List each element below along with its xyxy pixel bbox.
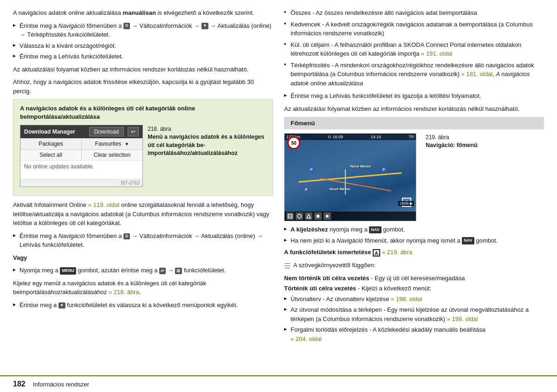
left-bullet-3: Érintse meg a Lehívás funkciófelületet. (13, 52, 273, 61)
left-bullet-4: Érintse meg a Navigáció főmenüben a ⚙ → … (13, 231, 273, 250)
left-bullet-list-2: Érintse meg a Navigáció főmenüben a ⚙ → … (13, 231, 273, 250)
left-para5: Kijelez egy menüt a navigácios adatok és… (13, 279, 273, 297)
nav-map-bg: 127 km ⊙ 16:09 14:16 TP 50 (285, 134, 416, 221)
sub-bullet-3: Forgalmi torlódás előrejelzés - A közlek… (284, 325, 544, 343)
dm-screenshot: Download Manager Download ↩ Packages Fav… (20, 125, 143, 191)
fig218-desc: Menü a navigácios adatok és a különleges… (148, 133, 266, 158)
link-199[interactable]: » 199. oldal (447, 315, 478, 322)
dm-header: Download Manager Download ↩ (20, 125, 142, 138)
nav-icon-4[interactable] (314, 212, 322, 220)
left-bullet-list-1: Érintse meg a Navigáció főmenüben a ⚙ → … (13, 21, 273, 61)
content-area: A navigácios adatok online aktualizálása… (0, 0, 557, 373)
sub-bullet-1: Útvonalterv - Az útvonalterv kijelzése »… (284, 295, 544, 304)
nav-icon-1[interactable] (286, 212, 294, 220)
left-para1: A navigácios adatok online aktualizálása… (13, 8, 273, 18)
nav-top-bar: 127 km ⊙ 16:09 14:16 TP (285, 134, 416, 140)
sub-bullet-2: Az útvonal módosítása a térképen - Egy m… (284, 305, 544, 323)
box-a-marker: A (373, 249, 380, 257)
dm-actions: Select all Clear selection (20, 150, 142, 161)
nav-btn-1: NAV (369, 226, 381, 234)
left-column: A navigácios adatok online aktualizálása… (13, 8, 273, 369)
p-badge-2: P (381, 167, 386, 172)
svg-marker-3 (307, 214, 311, 218)
footer-text: Informácios rendszer (33, 381, 89, 388)
dropdown-arrow-icon: ▼ (124, 141, 129, 147)
nav-tp-display: TP (408, 135, 414, 139)
dm-title: Download Manager (24, 129, 85, 135)
link-204[interactable]: » 204. oldal (291, 335, 322, 342)
tort-rest: - Kijelzi a következő menüt: (356, 285, 431, 292)
left-bullet-list-3: Nyomja meg a MENU gombot, azután érintse… (13, 266, 273, 275)
map-label-1: Nové Mesto (350, 164, 371, 168)
nav-time-display: ⊙ 16:09 (328, 135, 343, 139)
sub-bullet-list: Útvonalterv - Az útvonalterv kijelzése »… (284, 295, 544, 344)
svg-rect-4 (317, 215, 319, 218)
tort-title: Történik úti célra vezetés (284, 285, 356, 292)
p-badge-1: P (309, 167, 314, 172)
link-218[interactable]: » 218. ábra (109, 289, 139, 296)
right-bullet-3: Kül. úti céljaim - A felhasználói profil… (284, 40, 544, 58)
arrow-icon: ▼ (201, 23, 208, 29)
left-vagy: Vagy (13, 253, 273, 263)
section-box-title: A navigácios adatok és a különleges úti … (20, 104, 266, 121)
nav-bullet-1: A kijelzéshez nyomja meg a NAV gombot. (284, 225, 544, 234)
dm-back-button[interactable]: ↩ (128, 127, 139, 136)
nav-icon-3[interactable] (305, 212, 312, 220)
dm-bit-label: BIT-0763 (20, 179, 142, 186)
left-bullet-2: Válassza ki a kívánt országot/régiót. (13, 41, 273, 51)
left-para3: Ahhoz, hogy a navigácios adatok frissíté… (13, 77, 273, 96)
left-bullet-6: Érintse meg a ▼ funkciófelületet és vála… (13, 301, 273, 310)
fig219-num: 219. ábra (426, 133, 478, 141)
fig219-caption: 219. ábra Navigáció: főmenü (421, 133, 478, 150)
dm-tab-packages[interactable]: Packages (20, 138, 82, 149)
nav-speed-badge: 50 (287, 136, 300, 149)
menu-btn-icon: MENU (60, 267, 76, 275)
dm-tab-favourites[interactable]: Favourites ▼ (82, 138, 142, 149)
fig218-num: 218. ábra (148, 125, 266, 133)
right-bullet-list-2: Érintse meg a Lehívás funkciófelületet é… (284, 91, 544, 101)
bit-219-label: BIT-0682 (285, 221, 416, 221)
link-198[interactable]: » 198. oldal (391, 296, 422, 302)
left-bullet-1: Érintse meg a Navigáció főmenüben a ⚙ → … (13, 21, 273, 39)
nav-distance: 150m ▶ (398, 201, 414, 206)
nav-icon-5[interactable] (324, 212, 331, 220)
section-box-gray: Főmenü (284, 117, 544, 129)
page-container: A navigácios adatok online aktualizálása… (0, 0, 557, 392)
nav-bottom-bar (285, 212, 416, 221)
context-icon: ☰ (284, 261, 291, 272)
road-main (298, 172, 402, 182)
func-title: A funkciófelületek ismertetése A » 219. … (284, 248, 544, 257)
p-badge-3: P (304, 187, 309, 192)
settings-icon: ⚙ (123, 23, 130, 29)
dm-content: No online updates available. (20, 161, 142, 179)
link-119[interactable]: » 119. oldal (88, 201, 119, 208)
nem-rest: - Egy új úti cél keresése/megadása (369, 275, 465, 282)
figure-box-218: Download Manager Download ↩ Packages Fav… (20, 125, 266, 191)
left-bullet-5: Nyomja meg a MENU gombot, azután érintse… (13, 266, 273, 275)
nav-icon-2[interactable] (296, 212, 303, 220)
right-bullet-list-1: Összes - Az összes rendelkezésre álló na… (284, 8, 544, 88)
left-bullet-list-4: Érintse meg a ▼ funkciófelületet és vála… (13, 301, 273, 310)
dm-download-button[interactable]: Download (89, 127, 124, 136)
map-label-2: Nové Mesto (330, 187, 350, 191)
link-181[interactable]: » 181. oldal (461, 71, 492, 77)
right-bullet-1: Összes - Az összes rendelkezésre álló na… (284, 8, 544, 18)
select-all-action[interactable]: Select all (20, 150, 82, 160)
left-para2: Az aktualizálási folyamat közben az info… (13, 65, 273, 74)
section-box-main: A navigácios adatok és a különleges úti … (13, 99, 273, 196)
nem-line: Nem történik úti célra vezetés - Egy új … (284, 274, 544, 283)
context-icon-row: ☰ A szövegkörnyezettől függően: (284, 261, 544, 272)
arrow2-icon: ▼ (58, 302, 65, 309)
svg-point-2 (298, 214, 301, 218)
footer-page-num: 182 (13, 380, 26, 388)
right-bullet-5: Érintse meg a Lehívás funkciófelületet é… (284, 91, 544, 101)
left-para4: Aktivált Infotainment Online » 119. olda… (13, 200, 273, 228)
nav-btn-2: NAV (462, 237, 474, 244)
link-191[interactable]: » 191. oldal (421, 50, 452, 57)
fig218-caption: 218. ábra Menü a navigácios adatok és a … (148, 125, 266, 158)
wifi-icon: ⇌ (159, 268, 166, 274)
right-column: Összes - Az összes rendelkezésre álló na… (284, 8, 544, 369)
dm-tabs: Packages Favourites ▼ (20, 138, 142, 150)
link-219[interactable]: » 219. ábra (382, 249, 413, 256)
clear-selection-action[interactable]: Clear selection (82, 150, 142, 160)
